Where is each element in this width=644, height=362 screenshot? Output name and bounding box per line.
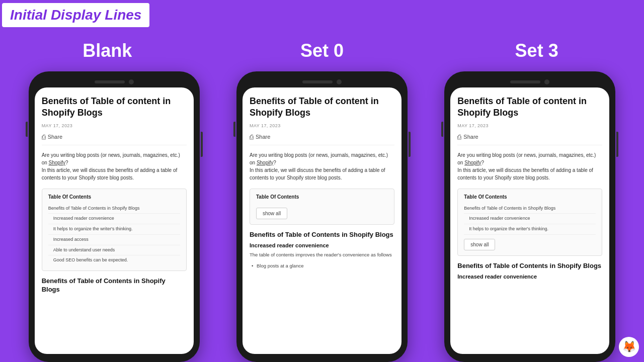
set0-intro-3: In this article, we will discuss the ben… [250, 167, 385, 180]
set0-toc-title: Table Of Contents [256, 194, 388, 200]
set3-section1: Benefits of Table of Contents in Shopify… [457, 262, 602, 270]
set3-intro-3: In this article, we will discuss the ben… [457, 167, 593, 180]
blank-share-btn[interactable]: ⎙ Share [42, 133, 187, 145]
set3-blog-date: MAY 17, 2023 [457, 123, 602, 128]
screen-blank: Benefits of Table of content in Shopify … [35, 87, 194, 354]
blank-toc-item-5[interactable]: Good SEO benefits can be expected. [48, 255, 180, 265]
phone-set3: Benefits of Table of content in Shopify … [444, 71, 615, 362]
section-label-set0: Set 0 [216, 40, 428, 61]
set3-toc: Table Of Contents Benefits of Table of C… [457, 189, 602, 256]
set0-intro: Are you writing blog posts (or news, jou… [250, 151, 394, 182]
set0-intro-link[interactable]: Shopify [257, 160, 273, 165]
speaker-set0 [302, 80, 333, 83]
notch-set3 [450, 79, 609, 84]
set0-show-all-btn[interactable]: show all [256, 208, 287, 219]
phone-blank: Benefits of Table of content in Shopify … [29, 71, 200, 362]
set3-share-btn[interactable]: ⎙ Share [457, 133, 602, 145]
set0-section2: Increased reader convenience [250, 242, 394, 248]
phones-row: Benefits of Table of content in Shopify … [0, 66, 644, 362]
set3-intro: Are you writing blog posts (or news, jou… [457, 151, 602, 182]
blank-toc-item-3[interactable]: Increased access [48, 235, 180, 245]
set0-toc: Table Of Contents show all [250, 189, 394, 225]
speaker-set3 [510, 80, 540, 83]
blank-intro-link[interactable]: Shopify [49, 160, 65, 165]
section-label-set3: Set 3 [430, 40, 642, 61]
set3-blog-title: Benefits of Table of content in Shopify … [457, 96, 602, 119]
blank-toc: Table Of Contents Benefits of Table of C… [42, 189, 187, 271]
set0-blog-title: Benefits of Table of content in Shopify … [250, 96, 394, 119]
blank-toc-title: Table Of Contents [48, 194, 180, 200]
blank-toc-item-2[interactable]: It helps to organize the writer's thinki… [48, 224, 180, 235]
notch-set0 [243, 79, 401, 84]
speaker-blank [95, 80, 125, 83]
blank-section1: Benefits of Table of Contents in Shopify… [42, 277, 187, 294]
blank-toc-item-0[interactable]: Benefits of Table of Contents in Shopify… [48, 204, 180, 214]
set0-bullet1: Blog posts at a glance [250, 262, 394, 269]
notch-blank [35, 79, 194, 84]
blank-share-label: Share [48, 134, 62, 140]
set3-intro-2: ? [481, 160, 485, 165]
set3-share-icon: ⎙ [457, 133, 461, 141]
screen-set3: Benefits of Table of content in Shopify … [450, 87, 609, 354]
set0-section1: Benefits of Table of Contents in Shopify… [250, 231, 394, 239]
set0-intro-2: ? [273, 160, 276, 165]
set3-toc-item-0[interactable]: Benefits of Table of Contents in Shopify… [464, 204, 596, 214]
set0-blog-date: MAY 17, 2023 [250, 123, 394, 128]
blank-share-icon: ⎙ [42, 133, 46, 141]
camera-set3 [544, 79, 549, 84]
blank-toc-item-1[interactable]: Increased reader convenience [48, 214, 180, 224]
page-title: Initial Display Lines [10, 7, 141, 23]
set3-share-label: Share [463, 134, 478, 140]
set0-share-icon: ⎙ [250, 133, 254, 141]
blank-blog-title: Benefits of Table of content in Shopify … [42, 96, 187, 119]
set3-toc-title: Table Of Contents [464, 194, 596, 200]
set3-show-all-btn[interactable]: show all [464, 239, 495, 250]
set3-intro-link[interactable]: Shopify [464, 160, 481, 165]
blank-intro: Are you writing blog posts (or news, jou… [42, 151, 187, 182]
screen-set0: Benefits of Table of content in Shopify … [243, 87, 401, 354]
blank-intro-2: ? [65, 160, 68, 165]
blank-intro-3: In this article, we will discuss the ben… [42, 167, 178, 180]
set0-share-btn[interactable]: ⎙ Share [250, 133, 394, 145]
blank-toc-item-4[interactable]: Able to understand user needs [48, 245, 180, 256]
set3-toc-item-2[interactable]: It helps to organize the writer's thinki… [464, 224, 596, 235]
section-label-blank: Blank [1, 40, 213, 61]
set0-share-label: Share [256, 134, 270, 140]
blank-blog-date: MAY 17, 2023 [42, 123, 187, 128]
set0-body1: The table of contents improves the reade… [250, 251, 394, 258]
fox-icon: 🦊 [619, 337, 639, 357]
set3-toc-item-1[interactable]: Increased reader convenience [464, 214, 596, 224]
title-badge: Initial Display Lines [2, 3, 149, 27]
phone-set0: Benefits of Table of content in Shopify … [236, 71, 408, 362]
camera-blank [129, 79, 134, 84]
set3-section2: Increased reader convenience [457, 274, 602, 280]
camera-set0 [337, 79, 342, 84]
